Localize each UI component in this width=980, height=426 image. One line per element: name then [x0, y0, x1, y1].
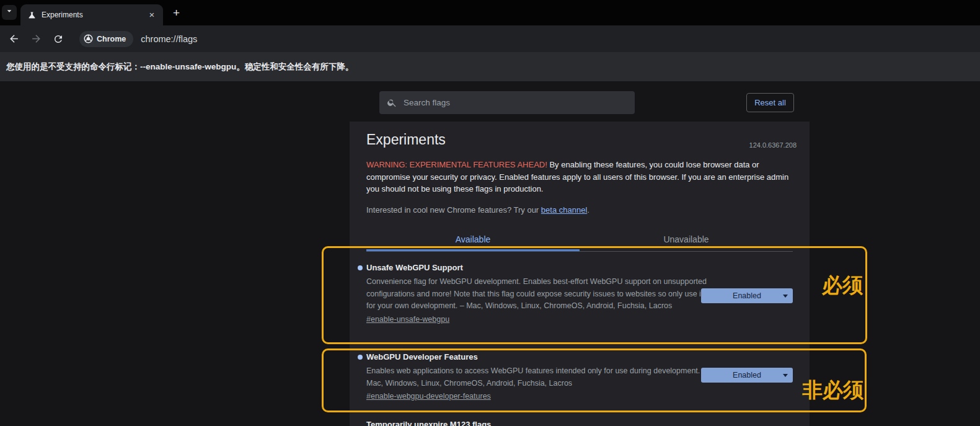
- flag-description: Enables web applications to access WebGP…: [366, 365, 707, 389]
- flag-dropdown[interactable]: Enabled: [701, 288, 793, 303]
- new-tab-button[interactable]: +: [169, 5, 184, 20]
- chrome-logo-icon: [84, 34, 93, 43]
- flags-page: Reset all Experiments 124.0.6367.208 WAR…: [0, 81, 980, 426]
- flag-row-webgpu-developer-features: WebGPU Developer Features Enables web ap…: [366, 352, 793, 401]
- chevron-down-icon: [783, 295, 788, 298]
- tab-available[interactable]: Available: [366, 234, 580, 248]
- browser-tab-experiments[interactable]: Experiments ×: [20, 4, 163, 25]
- flask-icon: [27, 11, 37, 20]
- modified-flag-dot-icon: [358, 265, 363, 270]
- flag-dropdown-value: Enabled: [733, 371, 761, 379]
- flag-dropdown-value: Enabled: [733, 291, 761, 300]
- forward-arrow-icon: [30, 33, 42, 45]
- forward-button[interactable]: [26, 29, 46, 49]
- tab-search-button[interactable]: [2, 5, 17, 20]
- modified-flag-dot-icon: [358, 355, 363, 360]
- reload-button[interactable]: [48, 29, 68, 49]
- flag-row-unexpire-m123: Temporarily unexpire M123 flags: [366, 420, 793, 426]
- active-tab-indicator: [366, 249, 580, 251]
- page-title: Experiments: [366, 131, 446, 148]
- chrome-site-chip[interactable]: Chrome: [79, 31, 133, 47]
- annotation-label-optional: 非必须: [802, 376, 863, 404]
- infobar-message: 您使用的是不受支持的命令行标记：--enable-unsafe-webgpu。稳…: [6, 61, 353, 73]
- search-flags-input[interactable]: [404, 98, 627, 107]
- beta-suffix: .: [587, 205, 589, 215]
- search-icon: [387, 97, 397, 108]
- warning-lead: WARNING: EXPERIMENTAL FEATURES AHEAD!: [366, 160, 547, 169]
- beta-channel-line: Interested in cool new Chrome features? …: [366, 205, 589, 215]
- flag-permalink[interactable]: #enable-webgpu-developer-features: [366, 392, 491, 401]
- flag-title: Temporarily unexpire M123 flags: [366, 420, 793, 426]
- tab-unavailable[interactable]: Unavailable: [580, 234, 793, 248]
- chevron-down-icon: [783, 374, 788, 377]
- browser-window: Experiments × +: [0, 0, 980, 426]
- tab-strip: Experiments × +: [0, 0, 980, 25]
- beta-prefix: Interested in cool new Chrome features? …: [366, 205, 541, 215]
- reset-all-button[interactable]: Reset all: [746, 93, 794, 112]
- back-arrow-icon: [8, 33, 20, 45]
- reload-icon: [53, 33, 64, 45]
- flags-tabs: Available Unavailable: [366, 234, 793, 248]
- chrome-version: 124.0.6367.208: [749, 141, 797, 149]
- search-flags-box[interactable]: [379, 91, 635, 114]
- annotation-label-required: 必须: [822, 272, 863, 300]
- chevron-down-icon: [4, 6, 14, 19]
- flag-permalink[interactable]: #enable-unsafe-webgpu: [366, 315, 449, 324]
- chrome-chip-label: Chrome: [97, 35, 126, 43]
- warning-blurb: WARNING: EXPERIMENTAL FEATURES AHEAD! By…: [366, 159, 793, 195]
- back-button[interactable]: [4, 29, 24, 49]
- flag-dropdown[interactable]: Enabled: [701, 368, 793, 383]
- browser-toolbar: Chrome chrome://flags: [0, 25, 980, 52]
- experiments-panel: Experiments 124.0.6367.208 WARNING: EXPE…: [350, 122, 810, 426]
- tab-title: Experiments: [42, 11, 141, 19]
- flag-description: Convenience flag for WebGPU development.…: [366, 276, 707, 313]
- flag-title: Unsafe WebGPU Support: [366, 263, 793, 273]
- unsupported-flag-infobar: 您使用的是不受支持的命令行标记：--enable-unsafe-webgpu。稳…: [0, 52, 980, 81]
- beta-channel-link[interactable]: beta channel: [541, 205, 587, 215]
- address-bar-url[interactable]: chrome://flags: [141, 34, 197, 44]
- flag-row-unsafe-webgpu: Unsafe WebGPU Support Convenience flag f…: [366, 263, 793, 324]
- tabs-divider: [366, 251, 793, 252]
- tab-close-icon[interactable]: ×: [146, 9, 157, 20]
- flag-title: WebGPU Developer Features: [366, 352, 793, 362]
